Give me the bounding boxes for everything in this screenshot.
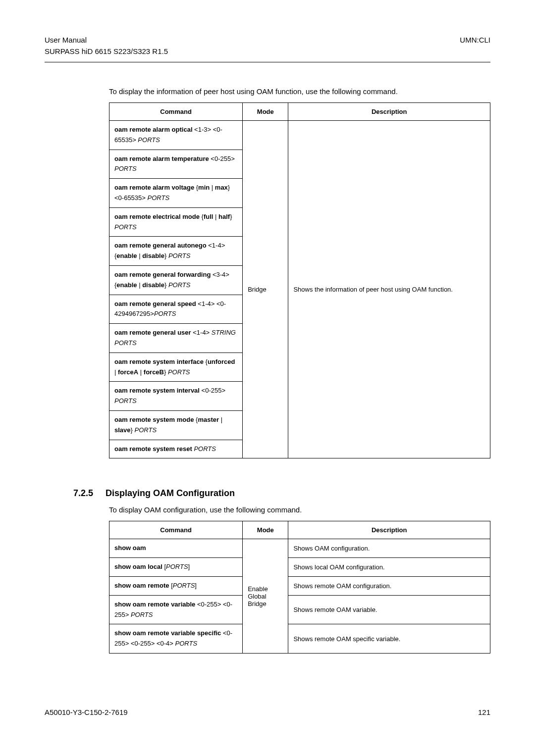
cmd-cell: oam remote alarm voltage {min | max} <0-… bbox=[109, 179, 243, 208]
table-row: oam remote alarm optical <1-3> <0-65535>… bbox=[109, 121, 490, 150]
cmd-cell: oam remote general autonego <1-4> {enabl… bbox=[109, 237, 243, 266]
desc-cell: Shows remote OAM configuration. bbox=[288, 576, 490, 595]
content-block-1: To display the information of peer host … bbox=[109, 87, 490, 458]
mode-cell: Bridge bbox=[243, 121, 288, 458]
header-left: User Manual SURPASS hiD 6615 S223/S323 R… bbox=[45, 35, 168, 57]
page-footer: A50010-Y3-C150-2-7619 121 bbox=[45, 708, 490, 716]
cmd-cell: oam remote alarm temperature <0-255> POR… bbox=[109, 150, 243, 179]
th-description: Description bbox=[288, 103, 490, 121]
cmd-cell: oam remote alarm optical <1-3> <0-65535>… bbox=[109, 121, 243, 150]
section-number: 7.2.5 bbox=[73, 488, 93, 499]
cmd-cell: show oam remote variable <0-255> <0-255>… bbox=[109, 595, 243, 624]
th-command: Command bbox=[109, 521, 243, 539]
page-header: User Manual SURPASS hiD 6615 S223/S323 R… bbox=[45, 35, 490, 57]
desc-cell: Shows remote OAM specific variable. bbox=[288, 624, 490, 654]
intro-text-1: To display the information of peer host … bbox=[109, 87, 490, 96]
table-header-row: Command Mode Description bbox=[109, 103, 490, 121]
desc-cell: Shows local OAM configuration. bbox=[288, 558, 490, 577]
page: User Manual SURPASS hiD 6615 S223/S323 R… bbox=[0, 0, 535, 736]
cmd-cell: oam remote system reset PORTS bbox=[109, 440, 243, 458]
header-right: UMN:CLI bbox=[460, 35, 490, 57]
cmd-cell: show oam bbox=[109, 539, 243, 558]
table-row: show oam local [PORTS] Shows local OAM c… bbox=[109, 558, 490, 577]
command-table-2: Command Mode Description show oam Enable… bbox=[109, 521, 490, 654]
cmd-cell: show oam remote [PORTS] bbox=[109, 576, 243, 595]
cmd-cell: oam remote electrical mode {full | half}… bbox=[109, 207, 243, 237]
th-mode: Mode bbox=[243, 103, 288, 121]
footer-right: 121 bbox=[478, 708, 490, 716]
cmd-cell: oam remote general speed <1-4> <0-429496… bbox=[109, 295, 243, 324]
desc-cell: Shows OAM configuration. bbox=[288, 539, 490, 558]
cmd-cell: show oam remote variable specific <0-255… bbox=[109, 624, 243, 654]
table-row: show oam remote variable <0-255> <0-255>… bbox=[109, 595, 490, 624]
desc-cell: Shows remote OAM variable. bbox=[288, 595, 490, 624]
content-block-2: To display OAM configuration, use the fo… bbox=[109, 505, 490, 654]
header-line2: SURPASS hiD 6615 S223/S323 R1.5 bbox=[45, 46, 168, 57]
section-heading: 7.2.5 Displaying OAM Configuration bbox=[73, 488, 490, 499]
header-rule bbox=[45, 62, 490, 62]
th-description: Description bbox=[288, 521, 490, 539]
command-table-1: Command Mode Description oam remote alar… bbox=[109, 102, 490, 458]
intro-text-2: To display OAM configuration, use the fo… bbox=[109, 505, 490, 514]
cmd-cell: show oam local [PORTS] bbox=[109, 558, 243, 577]
cmd-cell: oam remote general forwarding <3-4> {ena… bbox=[109, 265, 243, 295]
cmd-cell: oam remote general user <1-4> STRING POR… bbox=[109, 324, 243, 353]
header-line1: User Manual bbox=[45, 35, 168, 46]
table-row: show oam Enable Global Bridge Shows OAM … bbox=[109, 539, 490, 558]
footer-left: A50010-Y3-C150-2-7619 bbox=[45, 708, 128, 716]
table-header-row: Command Mode Description bbox=[109, 521, 490, 539]
th-command: Command bbox=[109, 103, 243, 121]
th-mode: Mode bbox=[243, 521, 288, 539]
cmd-cell: oam remote system mode {master | slave} … bbox=[109, 410, 243, 440]
cmd-cell: oam remote system interval <0-255> PORTS bbox=[109, 382, 243, 411]
table-row: show oam remote [PORTS] Shows remote OAM… bbox=[109, 576, 490, 595]
cmd-cell: oam remote system interface {unforced | … bbox=[109, 353, 243, 382]
mode-cell: Enable Global Bridge bbox=[243, 539, 288, 654]
desc-cell: Shows the information of peer host using… bbox=[288, 121, 490, 458]
table-row: show oam remote variable specific <0-255… bbox=[109, 624, 490, 654]
section-title: Displaying OAM Configuration bbox=[106, 488, 235, 499]
